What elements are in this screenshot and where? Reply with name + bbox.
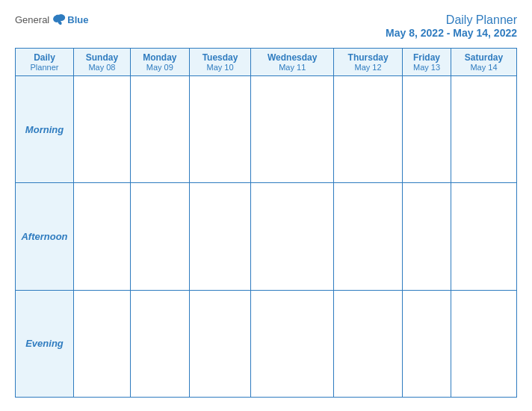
col-header-sunday: Sunday May 08 <box>74 49 131 76</box>
day-name-6: Saturday <box>454 52 514 63</box>
header-row: Daily Planner Sunday May 08 Monday May 0… <box>16 49 517 76</box>
evening-row: Evening <box>16 290 517 397</box>
corner-label-line2: Planner <box>18 63 71 72</box>
col-header-monday: Monday May 09 <box>130 49 189 76</box>
col-header-wednesday: Wednesday May 11 <box>251 49 334 76</box>
logo-blue-text: Blue <box>67 14 88 25</box>
afternoon-thursday-cell[interactable] <box>334 183 403 290</box>
day-name-1: Monday <box>133 52 187 63</box>
corner-cell: Daily Planner <box>16 49 74 76</box>
col-header-friday: Friday May 13 <box>403 49 451 76</box>
day-name-2: Tuesday <box>192 52 249 63</box>
morning-row: Morning <box>16 76 517 183</box>
morning-tuesday-cell[interactable] <box>189 76 251 183</box>
header: General Blue Daily Planner May 8, 2022 -… <box>15 13 517 39</box>
col-header-saturday: Saturday May 14 <box>451 49 516 76</box>
morning-wednesday-cell[interactable] <box>251 76 334 183</box>
corner-label-line1: Daily <box>18 52 71 63</box>
day-date-5: May 13 <box>405 63 448 72</box>
logo: General Blue <box>15 13 88 25</box>
morning-label: Morning <box>16 76 74 183</box>
afternoon-sunday-cell[interactable] <box>74 183 131 290</box>
evening-tuesday-cell[interactable] <box>189 290 251 397</box>
afternoon-label: Afternoon <box>16 183 74 290</box>
afternoon-saturday-cell[interactable] <box>451 183 516 290</box>
evening-saturday-cell[interactable] <box>451 290 516 397</box>
evening-sunday-cell[interactable] <box>74 290 131 397</box>
morning-friday-cell[interactable] <box>403 76 451 183</box>
logo-bird-icon <box>52 13 66 25</box>
day-date-0: May 08 <box>76 63 128 72</box>
day-name-4: Thursday <box>336 52 400 63</box>
page: General Blue Daily Planner May 8, 2022 -… <box>0 0 532 411</box>
day-date-3: May 11 <box>253 63 331 72</box>
title-main: Daily Planner <box>386 13 517 27</box>
morning-saturday-cell[interactable] <box>451 76 516 183</box>
afternoon-row: Afternoon <box>16 183 517 290</box>
calendar-table: Daily Planner Sunday May 08 Monday May 0… <box>15 48 517 398</box>
title-area: Daily Planner May 8, 2022 - May 14, 2022 <box>386 13 517 39</box>
evening-label: Evening <box>16 290 74 397</box>
col-header-tuesday: Tuesday May 10 <box>189 49 251 76</box>
afternoon-tuesday-cell[interactable] <box>189 183 251 290</box>
title-date: May 8, 2022 - May 14, 2022 <box>386 27 517 39</box>
day-date-2: May 10 <box>192 63 249 72</box>
evening-friday-cell[interactable] <box>403 290 451 397</box>
day-name-5: Friday <box>405 52 448 63</box>
morning-monday-cell[interactable] <box>130 76 189 183</box>
day-date-4: May 12 <box>336 63 400 72</box>
evening-wednesday-cell[interactable] <box>251 290 334 397</box>
evening-thursday-cell[interactable] <box>334 290 403 397</box>
col-header-thursday: Thursday May 12 <box>334 49 403 76</box>
day-name-3: Wednesday <box>253 52 331 63</box>
morning-thursday-cell[interactable] <box>334 76 403 183</box>
day-date-6: May 14 <box>454 63 514 72</box>
morning-sunday-cell[interactable] <box>74 76 131 183</box>
afternoon-monday-cell[interactable] <box>130 183 189 290</box>
day-date-1: May 09 <box>133 63 187 72</box>
afternoon-friday-cell[interactable] <box>403 183 451 290</box>
day-name-0: Sunday <box>76 52 128 63</box>
evening-monday-cell[interactable] <box>130 290 189 397</box>
afternoon-wednesday-cell[interactable] <box>251 183 334 290</box>
logo-area: General Blue <box>15 13 88 25</box>
logo-general-text: General <box>15 14 49 25</box>
